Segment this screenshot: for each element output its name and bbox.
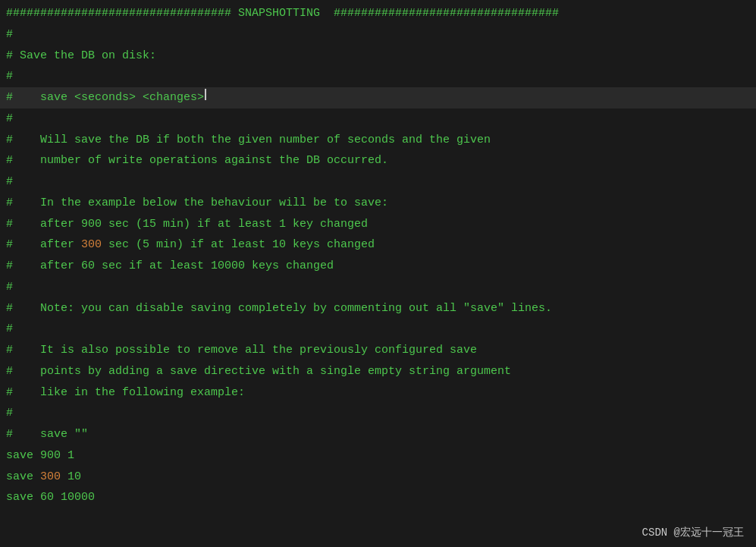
code-text: # save <seconds> <changes> [6,87,204,108]
code-line: # like in the following example: [0,382,756,404]
code-line: # Note: you can disable saving completel… [0,298,756,319]
code-line: # [0,66,756,87]
code-line: # Will save the DB if both the given num… [0,130,756,151]
code-text: # In the example below the behaviour wil… [6,193,388,214]
code-text: # save "" [6,424,88,445]
code-text: # [6,403,13,424]
code-text: 10 [61,467,81,488]
code-text: ################################# SNAPSH… [6,3,559,24]
code-text: save 60 10000 [6,487,95,508]
code-line: # In the example below the behaviour wil… [0,193,756,214]
code-text: # number of write operations against the… [6,150,388,171]
code-text: # Will save the DB if both the given num… [6,130,491,151]
code-line: # It is also possible to remove all the … [0,340,756,361]
code-line: # [0,277,756,298]
code-line: save 300 10 [0,467,756,488]
code-text: # [6,277,13,298]
code-text: # Note: you can disable saving completel… [6,298,552,319]
code-line: # [0,403,756,424]
code-line: # save "" [0,424,756,445]
code-text: save [6,467,40,488]
code-line: # Save the DB on disk: [0,46,756,67]
code-line: # after 60 sec if at least 10000 keys ch… [0,256,756,277]
code-text: # after [6,234,81,256]
code-line: # save <seconds> <changes> [0,87,756,108]
code-text: # It is also possible to remove all the … [6,340,477,361]
code-line: # after 300 sec (5 min) if at least 10 k… [0,234,756,256]
text-cursor [205,89,206,100]
code-line: # [0,171,756,193]
code-line: # points by adding a save directive with… [0,361,756,382]
code-text: # after 60 sec if at least 10000 keys ch… [6,256,334,277]
code-editor: ################################# SNAPSH… [0,0,756,547]
code-text: # [6,171,13,193]
code-text: # [6,319,13,340]
code-text: # [6,24,13,46]
highlight-number: 300 [81,234,102,256]
code-text: save 900 1 [6,445,74,467]
code-line: # [0,319,756,340]
code-line: # [0,24,756,46]
code-text: # Save the DB on disk: [6,46,156,67]
code-line: # after 900 sec (15 min) if at least 1 k… [0,214,756,235]
code-text: # after 900 sec (15 min) if at least 1 k… [6,214,368,235]
code-text: # points by adding a save directive with… [6,361,511,382]
code-line: save 900 1 [0,445,756,467]
code-text: sec (5 min) if at least 10 keys changed [102,234,375,256]
code-line: # number of write operations against the… [0,150,756,171]
code-text: # like in the following example: [6,382,245,404]
code-line: save 60 10000 [0,487,756,508]
code-text: # [6,108,13,130]
code-line: # [0,108,756,130]
code-line: ################################# SNAPSH… [0,3,756,24]
code-text: # [6,66,13,87]
footer-brand: CSDN @宏远十一冠王 [642,526,744,539]
highlight-number: 300 [40,467,61,488]
